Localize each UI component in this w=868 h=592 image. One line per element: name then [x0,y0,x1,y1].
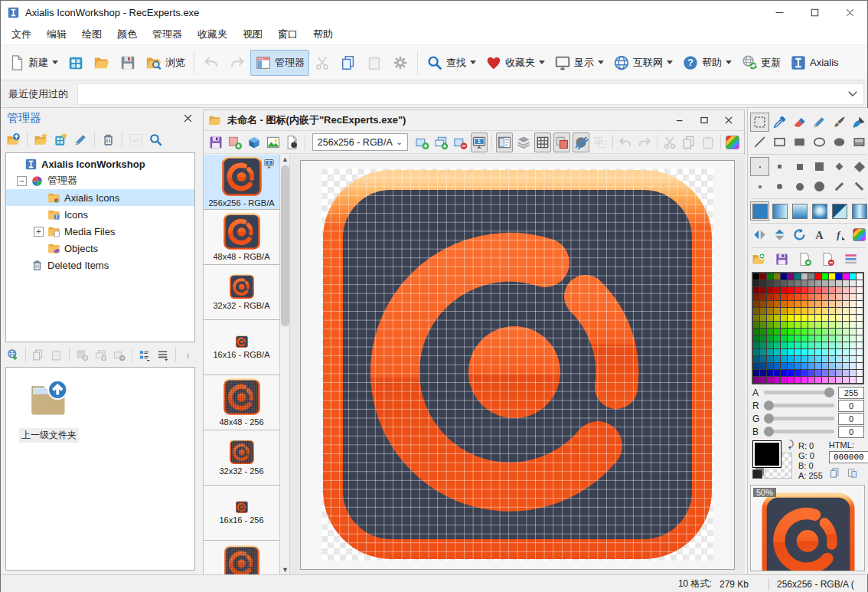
palette-color[interactable] [843,342,849,348]
palette-color[interactable] [795,308,801,314]
palette-color[interactable] [788,280,794,286]
slider-value[interactable]: 0 [838,400,864,412]
palette-color[interactable] [774,335,780,342]
palette-color[interactable] [788,377,794,383]
paste-button[interactable] [361,50,387,76]
palette-color[interactable] [843,356,849,362]
palette-color[interactable] [843,363,849,369]
size-item-0[interactable]: 256x256 - RGB/A [204,155,279,210]
palette-color[interactable] [781,335,787,342]
palette-color[interactable] [836,342,842,348]
palette-color[interactable] [829,363,835,369]
palette-color[interactable] [815,322,821,328]
palette-color[interactable] [822,356,828,362]
palette-color[interactable] [788,356,794,362]
doc-minimize-button[interactable] [669,113,690,128]
palette-color[interactable] [815,273,821,280]
doc-maximize-button[interactable] [693,113,715,128]
palette-color[interactable] [774,294,780,300]
size-item-6[interactable]: 16x16 - 256 [204,486,279,541]
palette-color[interactable] [781,356,787,362]
slash-button[interactable] [573,132,589,152]
palette-color[interactable] [822,377,828,383]
palette-color[interactable] [788,329,794,335]
format-remove-button[interactable] [112,348,126,362]
chevron-down-icon[interactable] [846,87,860,100]
palette-color[interactable] [850,315,856,321]
palette-color[interactable] [801,329,808,335]
palette-color[interactable] [795,329,801,335]
palette-color[interactable] [760,329,766,335]
palette-color[interactable] [808,377,814,383]
undo-button[interactable] [617,132,634,152]
menu-item-3[interactable]: 颜色 [109,25,145,44]
tree-item-1[interactable]: −管理器 [6,172,194,189]
palette-color[interactable] [822,349,828,355]
brush-square-1[interactable] [770,157,789,176]
fill-style-grad-radial[interactable] [810,201,829,221]
palette-color[interactable] [829,370,835,376]
slider-thumb[interactable] [764,401,774,410]
tool-ellipse-outline[interactable] [810,132,829,152]
palette-color[interactable] [767,273,773,280]
brush-slash-2[interactable] [850,177,868,196]
palette-color[interactable] [767,342,773,348]
tool-eraser[interactable] [790,113,809,132]
palette-color[interactable] [795,342,801,348]
monitor-button[interactable]: 显示 [550,50,609,76]
brush-slash-1[interactable] [830,177,849,196]
palette-color[interactable] [760,308,766,314]
menu-item-2[interactable]: 绘图 [74,25,109,44]
image-add-button[interactable] [75,348,90,362]
view-detail-button[interactable] [137,348,152,362]
palette-color[interactable] [767,329,773,335]
palette-color[interactable] [760,377,766,383]
palette-color[interactable] [829,301,835,307]
palette-color[interactable] [774,377,780,383]
palette-color[interactable] [781,294,787,300]
palette-color[interactable] [829,329,835,335]
trash-button[interactable] [100,132,116,148]
brush-diamond-2[interactable] [850,157,868,176]
palette-color[interactable] [753,363,759,369]
palette-color[interactable] [753,342,759,348]
palette-color[interactable] [781,308,787,314]
palette-color[interactable] [815,287,821,293]
palette-color[interactable] [836,377,842,383]
palette-color[interactable] [795,363,801,369]
palette-color[interactable] [836,356,842,362]
library-new-button[interactable] [53,132,69,148]
palette-color[interactable] [843,301,849,307]
image-cube-button[interactable] [246,132,263,152]
brush-circle-4[interactable] [810,177,829,196]
palette-color[interactable] [843,349,849,355]
palette-color[interactable] [760,363,766,369]
palette-color[interactable] [836,315,842,321]
palette-color[interactable] [753,335,759,342]
palette-color[interactable] [801,335,808,342]
brush-dot-1[interactable] [750,157,769,176]
palette-color[interactable] [767,335,773,342]
globe-button[interactable]: 互联网 [609,50,677,76]
palette-color[interactable] [767,370,773,376]
menu-item-1[interactable]: 编辑 [39,25,74,44]
palette-color[interactable] [781,363,787,369]
palette-color[interactable] [850,363,856,369]
palette-color[interactable] [808,370,814,376]
menu-item-8[interactable]: 帮助 [305,25,341,44]
palette-color[interactable] [850,294,856,300]
close-button[interactable] [832,1,867,24]
palette-color[interactable] [767,287,773,293]
format-remove-button[interactable] [452,132,468,152]
palette-color[interactable] [836,335,842,342]
menu-item-4[interactable]: 管理器 [145,25,190,44]
expander-minus-icon[interactable]: − [17,176,27,186]
heart-button[interactable]: 收藏夹 [481,50,550,76]
palette-color[interactable] [850,335,856,342]
palette-color[interactable] [815,342,821,348]
slider-value[interactable]: 0 [838,413,864,425]
fill-style-solid[interactable] [750,201,769,221]
palette-color[interactable] [808,287,814,293]
palette-color[interactable] [829,280,835,286]
palette-color[interactable] [850,377,856,383]
